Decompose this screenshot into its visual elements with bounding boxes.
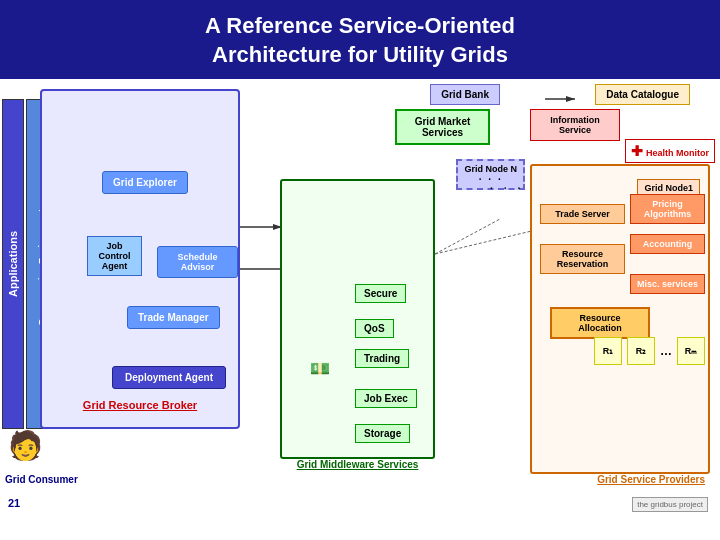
title-line1: A Reference Service-Oriented — [205, 13, 515, 38]
r2-box: R₂ — [627, 337, 655, 365]
resource-reservation-box: Resource Reservation — [540, 244, 625, 274]
dots-after-node-n: · · · — [490, 179, 524, 195]
schedule-advisor-button[interactable]: Schedule Advisor — [157, 246, 238, 278]
title-bar: A Reference Service-Oriented Architectur… — [0, 0, 720, 79]
r1-box: R₁ — [594, 337, 622, 365]
jobexec-box: Job Exec — [355, 389, 417, 408]
pricing-algorithms-box: Pricing Algorithms — [630, 194, 705, 224]
applications-label: Applications — [2, 99, 24, 429]
grid-market-services-box: Grid Market Services — [395, 109, 490, 145]
gridbus-logo: the gridbus project — [632, 497, 708, 512]
accounting-box: Accounting — [630, 234, 705, 254]
trade-manager-button[interactable]: Trade Manager — [127, 306, 220, 329]
misc-services-box: Misc. services — [630, 274, 705, 294]
middleware-label: Grid Middleware Services — [285, 459, 430, 470]
health-monitor-box: ✚ Health Monitor — [625, 139, 715, 163]
secure-box: Secure — [355, 284, 406, 303]
central-area: Grid Explorer Job Control Agent Schedule… — [40, 89, 240, 429]
dollar-icon: 💵 — [310, 359, 330, 378]
grid-explorer-button[interactable]: Grid Explorer — [102, 171, 188, 194]
slide: A Reference Service-Oriented Architectur… — [0, 0, 720, 540]
grid-resource-broker-link[interactable]: Grid Resource Broker — [50, 399, 230, 411]
grid-bank-box: Grid Bank — [430, 84, 500, 105]
person-icon: 🧑 — [8, 429, 43, 462]
slide-number: 21 — [8, 497, 20, 509]
storage-box: Storage — [355, 424, 410, 443]
qos-box: QoS — [355, 319, 394, 338]
trade-server-box: Trade Server — [540, 204, 625, 224]
svg-line-5 — [435, 229, 540, 254]
job-control-agent: Job Control Agent — [87, 236, 142, 276]
r-dots: … — [660, 344, 672, 358]
resource-allocation-box: Resource Allocation — [550, 307, 650, 339]
red-cross-icon: ✚ — [631, 143, 643, 159]
svg-line-4 — [435, 219, 500, 254]
data-catalogue-box: Data Catalogue — [595, 84, 690, 105]
grid-consumer-label: Grid Consumer — [5, 474, 78, 485]
trading-box: Trading — [355, 349, 409, 368]
title-line2: Architecture for Utility Grids — [212, 42, 508, 67]
content-area: Applications Programming Environments Gr… — [0, 79, 720, 517]
grid-service-providers-label: Grid Service Providers — [597, 474, 705, 485]
deployment-agent-button[interactable]: Deployment Agent — [112, 366, 226, 389]
information-service-box: Information Service — [530, 109, 620, 141]
rm-box: Rₘ — [677, 337, 705, 365]
r-boxes: R₁ R₂ … Rₘ — [594, 337, 705, 365]
